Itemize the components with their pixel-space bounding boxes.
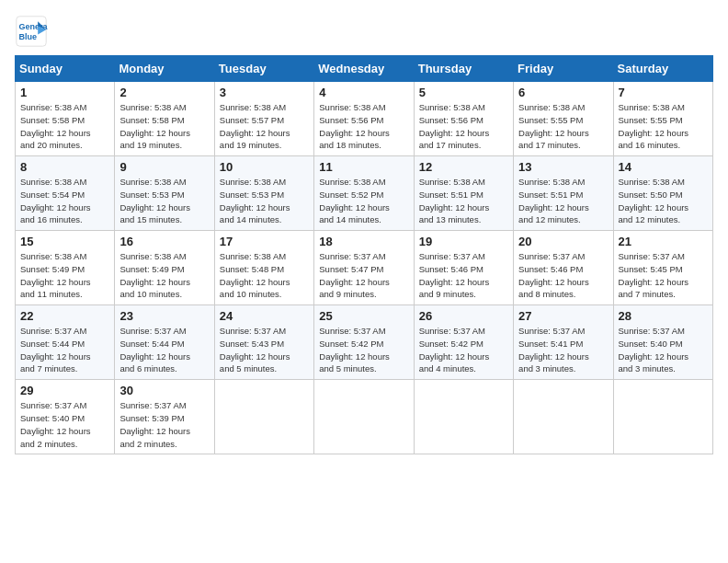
day-number: 24 xyxy=(220,309,309,323)
calendar-day-28: 28Sunrise: 5:37 AM Sunset: 5:40 PM Dayli… xyxy=(613,305,712,380)
empty-cell xyxy=(314,380,414,454)
calendar-day-16: 16Sunrise: 5:38 AM Sunset: 5:49 PM Dayli… xyxy=(115,231,214,305)
day-number: 22 xyxy=(20,309,109,323)
day-info: Sunrise: 5:38 AM Sunset: 5:56 PM Dayligh… xyxy=(419,101,508,152)
day-info: Sunrise: 5:38 AM Sunset: 5:51 PM Dayligh… xyxy=(419,176,508,226)
weekday-header-wednesday: Wednesday xyxy=(314,56,414,82)
calendar-day-15: 15Sunrise: 5:38 AM Sunset: 5:49 PM Dayli… xyxy=(16,231,115,305)
day-number: 8 xyxy=(20,160,109,174)
empty-cell xyxy=(414,380,513,454)
calendar-day-9: 9Sunrise: 5:38 AM Sunset: 5:53 PM Daylig… xyxy=(115,156,214,231)
day-number: 2 xyxy=(119,86,209,99)
day-info: Sunrise: 5:38 AM Sunset: 5:56 PM Dayligh… xyxy=(319,101,408,152)
calendar-day-26: 26Sunrise: 5:37 AM Sunset: 5:42 PM Dayli… xyxy=(414,305,513,380)
calendar-day-17: 17Sunrise: 5:38 AM Sunset: 5:48 PM Dayli… xyxy=(214,231,313,305)
calendar-day-7: 7Sunrise: 5:38 AM Sunset: 5:55 PM Daylig… xyxy=(613,82,712,156)
calendar-day-6: 6Sunrise: 5:38 AM Sunset: 5:55 PM Daylig… xyxy=(514,82,613,156)
day-number: 14 xyxy=(619,160,708,174)
calendar-day-4: 4Sunrise: 5:38 AM Sunset: 5:56 PM Daylig… xyxy=(314,82,414,156)
day-info: Sunrise: 5:37 AM Sunset: 5:44 PM Dayligh… xyxy=(20,325,109,375)
empty-cell xyxy=(214,380,313,454)
day-number: 30 xyxy=(119,384,209,397)
calendar-week-4: 22Sunrise: 5:37 AM Sunset: 5:44 PM Dayli… xyxy=(16,305,713,380)
day-info: Sunrise: 5:37 AM Sunset: 5:46 PM Dayligh… xyxy=(518,250,608,301)
calendar-day-8: 8Sunrise: 5:38 AM Sunset: 5:54 PM Daylig… xyxy=(16,156,115,231)
day-info: Sunrise: 5:38 AM Sunset: 5:48 PM Dayligh… xyxy=(220,250,309,301)
day-number: 10 xyxy=(220,160,309,174)
calendar-day-11: 11Sunrise: 5:38 AM Sunset: 5:52 PM Dayli… xyxy=(314,156,414,231)
logo-icon: General Blue xyxy=(15,15,48,48)
page-header: General Blue xyxy=(15,15,713,48)
day-info: Sunrise: 5:38 AM Sunset: 5:53 PM Dayligh… xyxy=(119,176,209,226)
day-info: Sunrise: 5:38 AM Sunset: 5:49 PM Dayligh… xyxy=(20,250,109,301)
day-number: 27 xyxy=(518,309,608,323)
calendar-day-14: 14Sunrise: 5:38 AM Sunset: 5:50 PM Dayli… xyxy=(613,156,712,231)
day-info: Sunrise: 5:38 AM Sunset: 5:55 PM Dayligh… xyxy=(518,101,608,152)
day-number: 29 xyxy=(20,384,109,397)
weekday-header-sunday: Sunday xyxy=(16,56,115,82)
calendar-day-3: 3Sunrise: 5:38 AM Sunset: 5:57 PM Daylig… xyxy=(214,82,313,156)
day-number: 4 xyxy=(319,86,408,99)
day-info: Sunrise: 5:38 AM Sunset: 5:53 PM Dayligh… xyxy=(220,176,309,226)
weekday-header-tuesday: Tuesday xyxy=(214,56,313,82)
calendar-day-19: 19Sunrise: 5:37 AM Sunset: 5:46 PM Dayli… xyxy=(414,231,513,305)
day-info: Sunrise: 5:37 AM Sunset: 5:42 PM Dayligh… xyxy=(319,325,408,375)
day-number: 7 xyxy=(619,86,708,99)
weekday-header-saturday: Saturday xyxy=(613,56,712,82)
calendar-week-1: 1Sunrise: 5:38 AM Sunset: 5:58 PM Daylig… xyxy=(16,82,713,156)
day-number: 19 xyxy=(419,235,508,248)
logo: General Blue xyxy=(15,15,51,48)
day-number: 20 xyxy=(518,235,608,248)
calendar-day-21: 21Sunrise: 5:37 AM Sunset: 5:45 PM Dayli… xyxy=(613,231,712,305)
day-info: Sunrise: 5:37 AM Sunset: 5:39 PM Dayligh… xyxy=(119,399,209,450)
day-number: 26 xyxy=(419,309,508,323)
calendar-day-12: 12Sunrise: 5:38 AM Sunset: 5:51 PM Dayli… xyxy=(414,156,513,231)
day-info: Sunrise: 5:38 AM Sunset: 5:55 PM Dayligh… xyxy=(619,101,708,152)
day-info: Sunrise: 5:37 AM Sunset: 5:43 PM Dayligh… xyxy=(220,325,309,375)
calendar-week-2: 8Sunrise: 5:38 AM Sunset: 5:54 PM Daylig… xyxy=(16,156,713,231)
day-info: Sunrise: 5:37 AM Sunset: 5:41 PM Dayligh… xyxy=(518,325,608,375)
calendar-header-row: SundayMondayTuesdayWednesdayThursdayFrid… xyxy=(16,56,713,82)
day-info: Sunrise: 5:38 AM Sunset: 5:52 PM Dayligh… xyxy=(319,176,408,226)
day-number: 5 xyxy=(419,86,508,99)
calendar-day-27: 27Sunrise: 5:37 AM Sunset: 5:41 PM Dayli… xyxy=(514,305,613,380)
weekday-header-monday: Monday xyxy=(115,56,214,82)
calendar-day-10: 10Sunrise: 5:38 AM Sunset: 5:53 PM Dayli… xyxy=(214,156,313,231)
day-number: 18 xyxy=(319,235,408,248)
calendar-day-29: 29Sunrise: 5:37 AM Sunset: 5:40 PM Dayli… xyxy=(16,380,115,454)
calendar-day-24: 24Sunrise: 5:37 AM Sunset: 5:43 PM Dayli… xyxy=(214,305,313,380)
day-number: 11 xyxy=(319,160,408,174)
day-info: Sunrise: 5:37 AM Sunset: 5:46 PM Dayligh… xyxy=(419,250,508,301)
day-info: Sunrise: 5:37 AM Sunset: 5:40 PM Dayligh… xyxy=(20,399,109,450)
day-info: Sunrise: 5:38 AM Sunset: 5:58 PM Dayligh… xyxy=(20,101,109,152)
day-number: 3 xyxy=(220,86,309,99)
calendar-day-20: 20Sunrise: 5:37 AM Sunset: 5:46 PM Dayli… xyxy=(514,231,613,305)
day-info: Sunrise: 5:37 AM Sunset: 5:40 PM Dayligh… xyxy=(619,325,708,375)
calendar-day-2: 2Sunrise: 5:38 AM Sunset: 5:58 PM Daylig… xyxy=(115,82,214,156)
day-info: Sunrise: 5:37 AM Sunset: 5:45 PM Dayligh… xyxy=(619,250,708,301)
day-number: 1 xyxy=(20,86,109,99)
day-number: 12 xyxy=(419,160,508,174)
empty-cell xyxy=(613,380,712,454)
day-info: Sunrise: 5:37 AM Sunset: 5:42 PM Dayligh… xyxy=(419,325,508,375)
day-info: Sunrise: 5:38 AM Sunset: 5:57 PM Dayligh… xyxy=(220,101,309,152)
day-number: 6 xyxy=(518,86,608,99)
calendar-day-23: 23Sunrise: 5:37 AM Sunset: 5:44 PM Dayli… xyxy=(115,305,214,380)
day-number: 13 xyxy=(518,160,608,174)
day-number: 17 xyxy=(220,235,309,248)
calendar-day-18: 18Sunrise: 5:37 AM Sunset: 5:47 PM Dayli… xyxy=(314,231,414,305)
calendar-day-13: 13Sunrise: 5:38 AM Sunset: 5:51 PM Dayli… xyxy=(514,156,613,231)
day-number: 16 xyxy=(119,235,209,248)
day-number: 21 xyxy=(619,235,708,248)
svg-text:Blue: Blue xyxy=(19,32,38,41)
weekday-header-thursday: Thursday xyxy=(414,56,513,82)
day-number: 15 xyxy=(20,235,109,248)
empty-cell xyxy=(514,380,613,454)
day-info: Sunrise: 5:38 AM Sunset: 5:49 PM Dayligh… xyxy=(119,250,209,301)
day-info: Sunrise: 5:38 AM Sunset: 5:51 PM Dayligh… xyxy=(518,176,608,226)
day-number: 9 xyxy=(119,160,209,174)
calendar-day-1: 1Sunrise: 5:38 AM Sunset: 5:58 PM Daylig… xyxy=(16,82,115,156)
calendar-day-22: 22Sunrise: 5:37 AM Sunset: 5:44 PM Dayli… xyxy=(16,305,115,380)
day-info: Sunrise: 5:38 AM Sunset: 5:50 PM Dayligh… xyxy=(619,176,708,226)
day-number: 25 xyxy=(319,309,408,323)
